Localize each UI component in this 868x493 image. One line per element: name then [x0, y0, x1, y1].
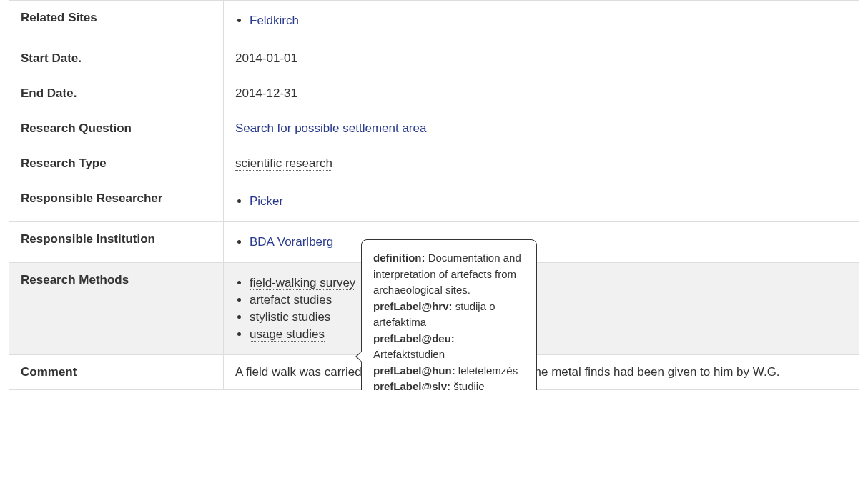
tooltip-definition: definition: Documentation and interpreta… — [373, 250, 525, 299]
label-end-date: End Date. — [9, 76, 224, 111]
tooltip-hun: prefLabel@hun: leletelemzés — [373, 363, 525, 379]
tooltip-deu: prefLabel@deu: Artefaktstudien — [373, 331, 525, 363]
value-responsible-researcher: Picker — [224, 181, 859, 222]
label-comment: Comment — [9, 355, 224, 390]
row-research-question: Research Question Search for possible se… — [9, 111, 859, 146]
related-sites-list: Feldkirch — [235, 14, 847, 28]
researcher-list: Picker — [235, 194, 847, 209]
value-end-date: 2014-12-31 — [224, 76, 859, 111]
methods-list: field-walking survey artefact studies st… — [235, 276, 847, 342]
list-item: field-walking survey — [250, 276, 847, 290]
value-research-methods: field-walking survey artefact studies st… — [224, 263, 859, 355]
label-responsible-institution: Responsible Institution — [9, 222, 224, 263]
tooltip-artefact-studies: definition: Documentation and interpreta… — [361, 239, 537, 390]
term-stylistic-studies[interactable]: stylistic studies — [250, 310, 330, 324]
label-start-date: Start Date. — [9, 41, 224, 76]
institution-list: BDA Vorarlberg — [235, 235, 847, 249]
row-research-type: Research Type scientific research — [9, 146, 859, 181]
value-research-question: Search for possible settlement area — [224, 111, 859, 146]
label-research-type: Research Type — [9, 146, 224, 181]
row-responsible-researcher: Responsible Researcher Picker — [9, 181, 859, 222]
detail-panel: Related Sites Feldkirch Start Date. 2014… — [0, 0, 868, 390]
tooltip-deu-label: prefLabel@deu: — [373, 332, 455, 344]
row-end-date: End Date. 2014-12-31 — [9, 76, 859, 111]
tooltip-hrv: prefLabel@hrv: studija o artefaktima — [373, 299, 525, 331]
list-item: Picker — [250, 194, 847, 209]
row-start-date: Start Date. 2014-01-01 — [9, 41, 859, 76]
tooltip-hrv-label: prefLabel@hrv: — [373, 300, 452, 312]
value-start-date: 2014-01-01 — [224, 41, 859, 76]
value-research-type: scientific research — [224, 146, 859, 181]
tooltip-slv: prefLabel@slv: študije artefaktov — [373, 379, 525, 390]
list-item: BDA Vorarlberg — [250, 235, 847, 249]
term-artefact-studies[interactable]: artefact studies — [250, 293, 332, 307]
term-usage-studies[interactable]: usage studies — [250, 327, 325, 342]
link-research-question[interactable]: Search for possible settlement area — [235, 121, 426, 135]
value-comment: A field walk was carried out by Raimund … — [224, 355, 859, 390]
tooltip-slv-label: prefLabel@slv: — [373, 380, 450, 390]
label-related-sites: Related Sites — [9, 1, 224, 41]
row-related-sites: Related Sites Feldkirch — [9, 1, 859, 41]
list-item: artefact studies — [250, 293, 847, 307]
tooltip-hun-label: prefLabel@hun: — [373, 364, 455, 377]
list-item: Feldkirch — [250, 14, 847, 28]
link-picker[interactable]: Picker — [250, 194, 283, 208]
label-responsible-researcher: Responsible Researcher — [9, 181, 224, 222]
value-related-sites: Feldkirch — [224, 1, 859, 41]
value-responsible-institution: BDA Vorarlberg — [224, 222, 859, 263]
link-bda-vorarlberg[interactable]: BDA Vorarlberg — [250, 235, 333, 249]
tooltip-definition-label: definition: — [373, 252, 425, 264]
term-field-walking-survey[interactable]: field-walking survey — [250, 276, 355, 290]
link-feldkirch[interactable]: Feldkirch — [250, 14, 299, 27]
label-research-methods: Research Methods — [9, 263, 224, 355]
tooltip-deu-value: Artefaktstudien — [373, 348, 445, 360]
tooltip-hun-value: leletelemzés — [458, 364, 518, 377]
label-research-question: Research Question — [9, 111, 224, 146]
list-item: stylistic studies — [250, 310, 847, 324]
term-scientific-research[interactable]: scientific research — [235, 156, 332, 171]
list-item: usage studies — [250, 327, 847, 342]
